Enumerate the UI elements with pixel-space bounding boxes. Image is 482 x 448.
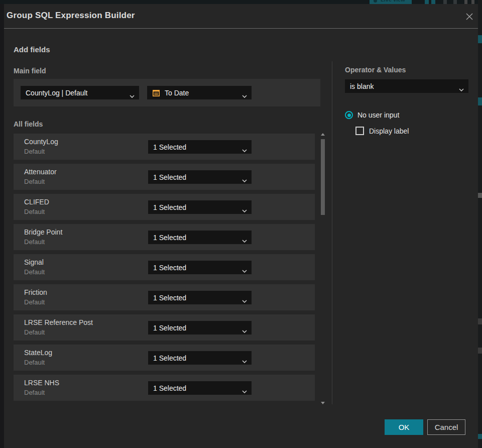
chevron-down-icon xyxy=(242,176,247,184)
main-field-heading: Main field xyxy=(14,67,46,75)
chevron-down-icon xyxy=(242,146,247,154)
no-user-input-radio[interactable]: No user input xyxy=(345,111,399,119)
panel-divider xyxy=(332,61,332,404)
field-row: LRSE Reference Post Default 1 Selected xyxy=(14,314,315,341)
chevron-down-icon xyxy=(130,91,135,99)
field-selected-value: 1 Selected xyxy=(153,203,186,211)
field-selected-dropdown[interactable]: 1 Selected xyxy=(148,170,252,184)
chevron-down-icon xyxy=(242,296,247,304)
field-subtype: Default xyxy=(24,148,45,155)
field-name: LRSE NHS xyxy=(24,379,59,387)
scroll-up-arrow-icon[interactable] xyxy=(321,133,325,136)
field-selected-dropdown[interactable]: 1 Selected xyxy=(148,381,252,395)
chevron-down-icon xyxy=(242,206,247,214)
live-view-dot-icon xyxy=(374,0,377,3)
field-name: StateLog xyxy=(24,349,52,357)
fields-list-scrollbar[interactable] xyxy=(320,132,325,404)
field-row: Friction Default 1 Selected xyxy=(14,284,315,310)
chevron-down-icon xyxy=(459,85,464,93)
background-fragment xyxy=(478,318,482,324)
background-fragment xyxy=(478,97,482,105)
background-icon-fragment xyxy=(464,0,467,4)
background-icon-fragment xyxy=(431,0,435,4)
checkbox-unchecked-icon xyxy=(355,127,364,135)
field-subtype: Default xyxy=(24,208,45,215)
close-icon[interactable] xyxy=(464,11,475,22)
cancel-button[interactable]: Cancel xyxy=(427,419,465,435)
field-row: StateLog Default 1 Selected xyxy=(14,345,315,371)
field-row: Bridge Point Default 1 Selected xyxy=(14,224,315,250)
field-selected-value: 1 Selected xyxy=(153,324,186,332)
main-field-select[interactable]: CountyLog | Default xyxy=(21,86,139,99)
field-selected-value: 1 Selected xyxy=(153,294,186,302)
field-name: Friction xyxy=(24,288,47,296)
field-row: LRSE NHS Default 1 Selected xyxy=(14,375,315,401)
live-view-button: Live view xyxy=(370,0,412,4)
field-name: CountyLog xyxy=(24,138,58,146)
add-fields-heading: Add fields xyxy=(14,45,50,54)
field-selected-dropdown[interactable]: 1 Selected xyxy=(148,200,252,214)
main-field-panel: CountyLog | Default To Date xyxy=(14,79,320,106)
background-fragment xyxy=(478,35,482,43)
field-selected-dropdown[interactable]: 1 Selected xyxy=(148,321,252,334)
field-name: Bridge Point xyxy=(24,228,62,236)
field-subtype: Default xyxy=(24,359,45,366)
field-name: Attenuator xyxy=(24,168,57,176)
operator-values-heading: Operator & Values xyxy=(345,66,406,74)
scrollbar-thumb[interactable] xyxy=(321,139,325,215)
background-app-edge xyxy=(478,0,482,448)
field-selected-value: 1 Selected xyxy=(153,173,186,181)
background-fragment xyxy=(478,348,482,354)
group-sql-expression-builder-dialog: Group SQL Expression Builder Add fields … xyxy=(4,4,478,448)
display-label-label: Display label xyxy=(369,127,409,135)
live-view-label: Live view xyxy=(381,0,405,3)
dialog-title: Group SQL Expression Builder xyxy=(7,11,135,21)
operator-select-value: is blank xyxy=(350,82,374,90)
operator-select[interactable]: is blank xyxy=(345,79,468,93)
field-name: LRSE Reference Post xyxy=(24,318,93,326)
main-field-type-select[interactable]: To Date xyxy=(147,86,252,99)
ok-button[interactable]: OK xyxy=(385,419,423,435)
field-selected-dropdown[interactable]: 1 Selected xyxy=(148,351,252,365)
field-subtype: Default xyxy=(24,389,45,396)
field-row: CLIFED Default 1 Selected xyxy=(14,194,315,220)
chevron-down-icon xyxy=(242,91,247,99)
background-fragment xyxy=(478,193,482,198)
all-fields-heading: All fields xyxy=(14,120,43,128)
field-selected-value: 1 Selected xyxy=(153,384,186,392)
field-name: Signal xyxy=(24,258,44,266)
no-user-input-label: No user input xyxy=(357,111,399,119)
background-icon-fragment xyxy=(471,0,474,4)
main-field-select-value: CountyLog | Default xyxy=(26,89,88,97)
chevron-down-icon xyxy=(242,387,247,395)
display-label-checkbox[interactable]: Display label xyxy=(355,127,409,135)
main-field-type-value: To Date xyxy=(165,89,189,97)
field-subtype: Default xyxy=(24,238,45,246)
dialog-header: Group SQL Expression Builder xyxy=(4,4,478,29)
radio-selected-icon xyxy=(345,111,353,119)
background-app-bar: Live view xyxy=(0,0,482,4)
background-icon-fragment xyxy=(443,0,447,4)
field-selected-value: 1 Selected xyxy=(153,234,186,242)
background-icon-fragment xyxy=(453,0,457,4)
chevron-down-icon xyxy=(242,236,247,244)
field-name: CLIFED xyxy=(24,198,49,206)
calendar-icon xyxy=(152,89,160,97)
scroll-down-arrow-icon[interactable] xyxy=(321,402,325,404)
field-selected-value: 1 Selected xyxy=(153,143,186,151)
field-selected-value: 1 Selected xyxy=(153,354,186,362)
chevron-down-icon xyxy=(242,266,247,274)
field-subtype: Default xyxy=(24,328,45,336)
field-selected-dropdown[interactable]: 1 Selected xyxy=(148,261,252,274)
field-selected-value: 1 Selected xyxy=(153,264,186,272)
chevron-down-icon xyxy=(242,357,247,365)
field-row: Attenuator Default 1 Selected xyxy=(14,164,315,190)
background-fragment xyxy=(478,434,482,439)
all-fields-list: CountyLog Default 1 Selected Attenuator … xyxy=(14,134,315,405)
field-selected-dropdown[interactable]: 1 Selected xyxy=(148,231,252,244)
field-selected-dropdown[interactable]: 1 Selected xyxy=(148,140,252,154)
field-selected-dropdown[interactable]: 1 Selected xyxy=(148,291,252,304)
chevron-down-icon xyxy=(242,326,247,334)
field-subtype: Default xyxy=(24,268,45,276)
field-subtype: Default xyxy=(24,178,45,185)
